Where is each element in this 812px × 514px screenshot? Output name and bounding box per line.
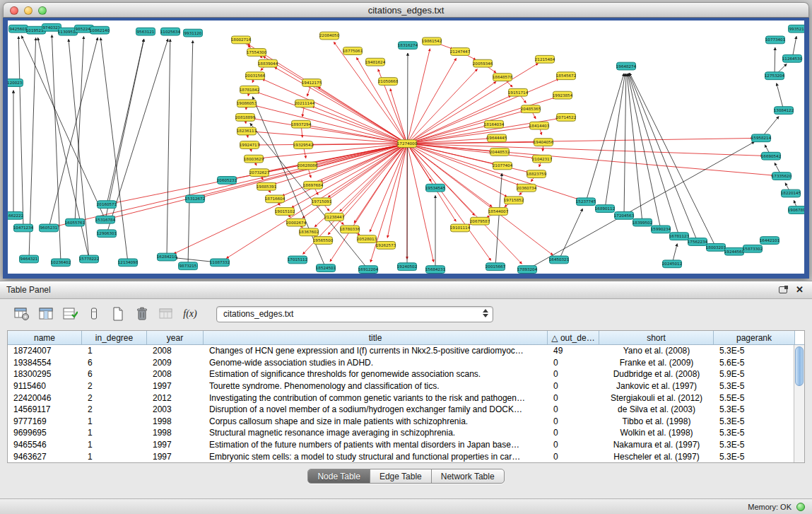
column-header-in_degree[interactable]: in_degree: [82, 331, 147, 344]
delete-table-button[interactable]: [131, 305, 153, 323]
network-node[interactable]: 21077404: [493, 162, 513, 170]
column-header-name[interactable]: name: [8, 331, 82, 344]
network-node[interactable]: 17562234: [688, 238, 708, 246]
cell-name[interactable]: 9463627: [8, 452, 82, 462]
network-node[interactable]: 15990234: [651, 226, 671, 233]
cell-short[interactable]: Nakamura et al. (1997): [599, 440, 714, 450]
new-table-button[interactable]: [107, 305, 129, 323]
tab-node-table[interactable]: Node Table: [308, 469, 370, 483]
cell-in_degree[interactable]: 1: [82, 440, 147, 450]
network-node[interactable]: 19329542: [293, 141, 313, 149]
tab-edge-table[interactable]: Edge Table: [370, 469, 432, 483]
network-node[interactable]: 20732627: [249, 169, 270, 177]
network-node[interactable]: 20714522: [556, 114, 576, 122]
network-node[interactable]: 9120023: [8, 79, 23, 87]
network-node[interactable]: 16890112: [595, 205, 615, 213]
cell-pagerank[interactable]: 5.3E-5: [714, 416, 794, 426]
network-node[interactable]: 21215484: [535, 55, 555, 63]
select-columns-button[interactable]: [35, 305, 57, 323]
network-node[interactable]: 18545672: [556, 72, 576, 80]
cell-year[interactable]: 2012: [147, 393, 204, 403]
network-node[interactable]: 21238447: [324, 213, 345, 221]
cell-pagerank[interactable]: 5.3E-5: [714, 381, 794, 391]
cell-name[interactable]: 9465546: [8, 440, 82, 450]
cell-name[interactable]: 22420046: [8, 393, 82, 403]
table-settings-button[interactable]: [11, 305, 33, 323]
network-node[interactable]: 20679587: [470, 217, 490, 225]
network-node[interactable]: 9464321: [20, 255, 39, 263]
network-node[interactable]: 9425601: [9, 25, 28, 33]
column-header-short[interactable]: short: [599, 331, 714, 344]
cell-pagerank[interactable]: 5.3E-5: [714, 440, 794, 450]
cell-pagerank[interactable]: 5.9E-5: [714, 369, 794, 379]
network-graph[interactable]: 1727400018002716175543001883904420031566…: [8, 21, 804, 274]
cell-out_degree[interactable]: 49: [548, 346, 599, 356]
table-row[interactable]: 969969511998Structural magnetic resonanc…: [8, 427, 794, 439]
network-node[interactable]: 18697684: [303, 181, 324, 189]
network-node[interactable]: 16912204: [358, 266, 379, 274]
cell-title[interactable]: Structural magnetic resonance image aver…: [204, 428, 548, 438]
network-node[interactable]: 16450321: [549, 256, 569, 264]
network-node[interactable]: 18002716: [231, 36, 252, 44]
network-node[interactable]: 9605231: [40, 224, 59, 232]
network-node[interactable]: 20160571: [97, 201, 117, 209]
cell-in_degree[interactable]: 6: [82, 358, 147, 368]
cell-year[interactable]: 2009: [147, 358, 204, 368]
single-column-button[interactable]: [83, 305, 105, 323]
network-node[interactable]: 22084050: [319, 32, 340, 40]
network-node[interactable]: 20628086: [298, 162, 318, 170]
cell-out_degree[interactable]: 0: [548, 428, 599, 438]
network-node[interactable]: 21247447: [450, 48, 471, 56]
network-node[interactable]: 17335620: [772, 173, 792, 180]
network-node[interactable]: 19923854: [553, 91, 573, 99]
network-node[interactable]: 17015112: [288, 256, 307, 264]
column-header-year[interactable]: year: [147, 331, 204, 344]
cell-short[interactable]: Wolkin et al. (1998): [599, 428, 714, 438]
window-titlebar[interactable]: citations_edges.txt: [3, 2, 809, 18]
network-node[interactable]: 19240502: [397, 263, 417, 271]
cell-pagerank[interactable]: 5.3E-5: [714, 428, 794, 438]
network-node[interactable]: 20211144: [295, 100, 315, 107]
network-node[interactable]: 20015667: [486, 263, 506, 271]
network-node[interactable]: 15958214: [751, 134, 772, 142]
network-node[interactable]: 17554300: [247, 49, 267, 57]
cell-year[interactable]: 1997: [147, 452, 204, 462]
network-node[interactable]: 19534545: [425, 184, 446, 192]
cell-pagerank[interactable]: 5.3E-5: [714, 452, 794, 462]
table-scrollbar[interactable]: [794, 345, 804, 462]
cell-year[interactable]: 1997: [147, 440, 204, 450]
network-node[interactable]: 11264530: [782, 54, 803, 62]
network-node[interactable]: 17204563: [614, 211, 635, 219]
cell-short[interactable]: Hescheler et al. (1997): [599, 452, 714, 462]
table-row[interactable]: 946554611997Estimation of the future num…: [8, 439, 794, 451]
cell-out_degree[interactable]: 0: [548, 358, 599, 368]
table-selector-dropdown[interactable]: citations_edges.txt: [216, 306, 493, 322]
table-row[interactable]: 1830029562008Estimation of significance …: [8, 368, 794, 380]
network-node[interactable]: 18414403: [529, 122, 550, 129]
network-node[interactable]: 20245012: [662, 260, 682, 268]
network-node[interactable]: 18164034: [484, 120, 505, 128]
cell-title[interactable]: Tourette syndrome. Phenomenology and cla…: [204, 381, 548, 391]
network-node[interactable]: 15312672: [185, 195, 205, 203]
network-node[interactable]: 18399502: [632, 218, 652, 226]
network-node[interactable]: 16442101: [760, 237, 779, 245]
table-row[interactable]: 946362711997Embryonic stem cells: a mode…: [8, 450, 794, 462]
network-node[interactable]: 18524501: [316, 264, 336, 272]
network-node[interactable]: 20002674: [286, 218, 307, 226]
cell-title[interactable]: Disruption of a novel member of a sodium…: [204, 404, 548, 414]
minimize-window-icon[interactable]: [24, 6, 33, 15]
cell-out_degree[interactable]: 0: [548, 404, 599, 414]
network-node[interactable]: 18367602: [299, 228, 319, 236]
cell-name[interactable]: 9115460: [8, 381, 82, 391]
table-row[interactable]: 1938455462009Genome-wide association stu…: [8, 357, 794, 369]
network-node[interactable]: 15237745: [576, 198, 596, 206]
network-node[interactable]: 16781123: [669, 233, 690, 240]
cell-short[interactable]: Franke et al. (2009): [599, 358, 714, 368]
cell-name[interactable]: 18724007: [8, 346, 82, 356]
network-node[interactable]: 20818899: [235, 114, 256, 122]
network-node[interactable]: 18775061: [343, 47, 363, 55]
network-node[interactable]: 16284210: [157, 253, 177, 261]
network-node[interactable]: 19924717: [240, 141, 260, 149]
cell-title[interactable]: Genome-wide association studies in ADHD.: [204, 358, 548, 368]
network-node[interactable]: 15778222: [79, 255, 99, 263]
